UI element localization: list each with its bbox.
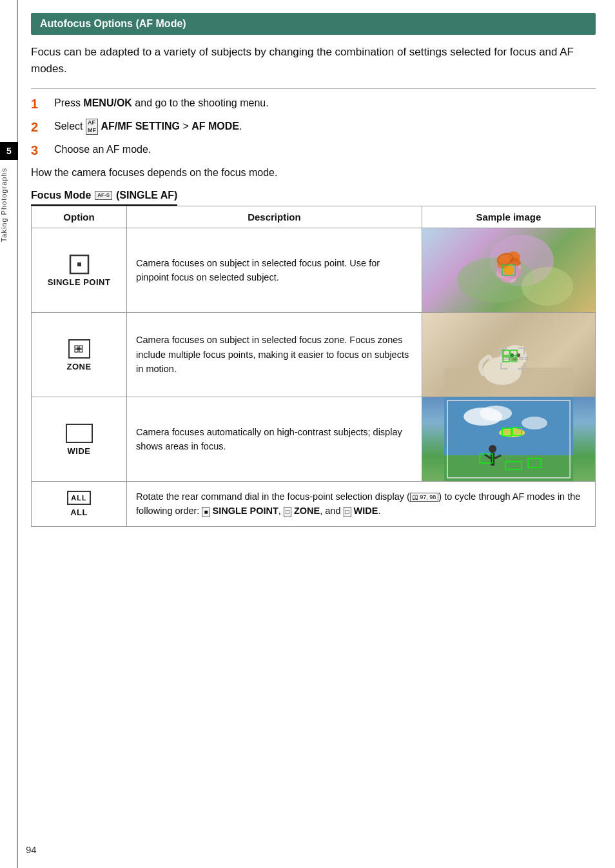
all-icon-wrapper: ALL (37, 491, 121, 505)
focus-mode-heading-container: Focus Mode AF‑S (SINGLE AF) (31, 190, 177, 206)
step-1-text: Press MENU/OK and go to the shooting men… (54, 95, 269, 111)
sample-image-butterfly (422, 228, 595, 312)
step-2-number: 2 (31, 119, 50, 135)
option-cell-all: ALL ALL (32, 482, 127, 527)
table-row-wide: WIDE Camera focuses automatically on hig… (32, 397, 596, 482)
table-header-row: Option Description Sample image (32, 206, 596, 228)
steps-divider (31, 88, 596, 89)
option-cell-zone: ZONE (32, 313, 127, 397)
step-3: 3 Choose an AF mode. (31, 142, 596, 159)
description-text-zone: Camera focuses on subject in selected fo… (136, 335, 409, 374)
description-cell-wide: Camera focuses automatically on high-con… (127, 397, 422, 482)
svg-rect-48 (444, 397, 573, 455)
svg-point-54 (500, 428, 523, 435)
sample-image-disc (422, 397, 595, 481)
description-cell-single-point: Camera focuses on subject in selected fo… (127, 228, 422, 313)
step-3-number: 3 (31, 142, 50, 159)
zone-svg (66, 339, 92, 359)
svg-point-51 (522, 417, 547, 429)
svg-rect-46 (511, 357, 517, 362)
svg-point-55 (489, 445, 496, 453)
wide-label: WIDE (37, 446, 121, 456)
option-cell-wide: WIDE (32, 397, 127, 482)
af-table: Option Description Sample image (31, 206, 596, 527)
description-cell-zone: Camera focuses on subject in selected fo… (127, 313, 422, 397)
zone-label: ZONE (37, 362, 121, 371)
focus-mode-subtitle: (SINGLE AF) (116, 190, 177, 201)
chapter-number: 5 (0, 142, 18, 160)
single-point-svg (69, 254, 90, 275)
how-text: How the camera focuses depends on the fo… (31, 165, 596, 181)
wide-inline-icon: □ (344, 507, 351, 517)
step-1: 1 Press MENU/OK and go to the shooting m… (31, 95, 596, 112)
single-point-icon-wrapper (37, 254, 121, 275)
all-icon-box: ALL (67, 491, 90, 505)
step-1-number: 1 (31, 95, 50, 112)
image-cell-zone (422, 313, 595, 397)
table-row-zone: ZONE Camera focuses on subject in select… (32, 313, 596, 397)
focus-mode-icon: AF‑S (95, 191, 112, 200)
header-box: Autofocus Options (AF Mode) (31, 13, 596, 35)
zone-inline-icon: □ (284, 507, 291, 517)
focus-mode-heading: Focus Mode AF‑S (SINGLE AF) (31, 190, 177, 202)
step-3-text: Choose an AF mode. (54, 142, 151, 157)
col-header-option: Option (32, 206, 127, 228)
page-wrapper: 5 Taking Photographs Autofocus Options (… (0, 0, 615, 868)
svg-point-50 (480, 406, 512, 421)
book-ref-icon: 🕮 97, 98 (410, 493, 439, 502)
svg-rect-1 (77, 262, 81, 266)
wide-icon-wrapper (37, 423, 121, 444)
disc-svg (422, 397, 595, 481)
wide-svg (65, 423, 93, 444)
page-title: Autofocus Options (AF Mode) (40, 18, 186, 29)
col-header-description: Description (127, 206, 422, 228)
single-point-inline-icon: ■ (202, 507, 210, 517)
svg-point-4 (522, 267, 573, 306)
step-2-text: Select AFMF AF/MF SETTING > AF MODE. (54, 119, 242, 135)
option-cell-single-point: SINGLE POINT (32, 228, 127, 313)
chapter-label: Taking Photographs (0, 168, 18, 242)
svg-rect-29 (77, 348, 80, 350)
svg-point-3 (457, 257, 534, 302)
sidebar: 5 Taking Photographs (0, 0, 18, 868)
step-2: 2 Select AFMF AF/MF SETTING > AF MODE. (31, 119, 596, 135)
description-text-single-point: Camera focuses on subject in selected fo… (136, 258, 380, 282)
table-row-single-point: SINGLE POINT Camera focuses on subject i… (32, 228, 596, 313)
all-label: ALL (37, 508, 121, 517)
cat-svg (422, 313, 595, 397)
all-description-cell: Rotate the rear command dial in the focu… (127, 482, 596, 527)
sample-image-cat (422, 313, 595, 397)
table-row-all: ALL ALL Rotate the rear command dial in … (32, 482, 596, 527)
main-content: Autofocus Options (AF Mode) Focus can be… (18, 0, 615, 868)
intro-text: Focus can be adapted to a variety of sub… (31, 44, 596, 77)
afmf-icon: AFMF (86, 119, 98, 135)
image-cell-wide (422, 397, 595, 482)
col-header-sample: Sample image (422, 206, 595, 228)
butterfly-svg (422, 228, 595, 312)
page-number: 94 (26, 844, 37, 855)
zone-icon-wrapper (37, 339, 121, 359)
svg-rect-47 (66, 424, 92, 442)
image-cell-single-point (422, 228, 595, 313)
single-point-label: SINGLE POINT (37, 277, 121, 287)
description-text-wide: Camera focuses automatically on high-con… (136, 427, 402, 451)
svg-rect-52 (444, 455, 573, 481)
all-description-text: Rotate the rear command dial in the focu… (136, 491, 580, 516)
focus-mode-label: Focus Mode (31, 190, 91, 201)
